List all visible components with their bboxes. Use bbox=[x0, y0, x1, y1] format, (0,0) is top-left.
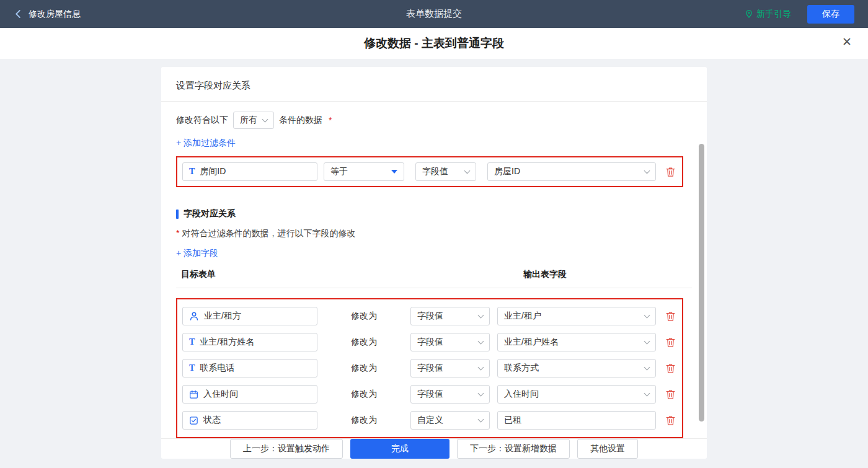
filter-field-input[interactable]: T 房间ID bbox=[182, 162, 317, 181]
value-type-select[interactable]: 字段值 bbox=[410, 385, 490, 404]
back-button[interactable]: 修改房屋信息 bbox=[14, 9, 81, 20]
card-footer: 上一步：设置触发动作 完成 下一步：设置新增数据 其他设置 bbox=[161, 438, 707, 459]
filter-highlight-box: T 房间ID 等于 字段值 房屋ID bbox=[176, 156, 683, 187]
chevron-down-icon bbox=[644, 364, 650, 370]
filter-value-field-select[interactable]: 房屋ID bbox=[487, 162, 656, 181]
modal-title: 修改数据 - 主表到普通字段 bbox=[364, 35, 504, 51]
custom-value-input[interactable]: 已租 bbox=[497, 411, 656, 430]
back-label: 修改房屋信息 bbox=[29, 9, 81, 20]
chevron-down-icon bbox=[644, 312, 650, 318]
target-field-input[interactable]: 状态 bbox=[182, 411, 317, 430]
action-label: 修改为 bbox=[317, 337, 410, 348]
output-field-select[interactable]: 业主/租户姓名 bbox=[497, 333, 656, 351]
chevron-down-icon bbox=[478, 364, 484, 370]
filter-scope-select[interactable]: 所有 bbox=[233, 112, 274, 129]
delete-row-icon[interactable] bbox=[663, 311, 677, 322]
target-field-value: 业主/租方 bbox=[204, 311, 241, 322]
column-target-form: 目标表单 bbox=[181, 269, 216, 279]
operator-select[interactable]: 等于 bbox=[324, 162, 404, 181]
caret-down-icon bbox=[391, 170, 397, 174]
action-label: 修改为 bbox=[317, 389, 410, 400]
done-button[interactable]: 完成 bbox=[350, 439, 450, 459]
mapping-section-title: 字段对应关系 bbox=[184, 208, 236, 219]
value-type-select[interactable]: 字段值 bbox=[410, 359, 490, 377]
target-field-value: 状态 bbox=[203, 415, 221, 426]
action-label: 修改为 bbox=[317, 311, 410, 322]
filter-field-value: 房间ID bbox=[200, 166, 226, 177]
card-section-title: 设置字段对应关系 bbox=[161, 67, 707, 102]
value-type-select[interactable]: 字段值 bbox=[410, 307, 490, 325]
content-area: 设置字段对应关系 修改符合以下 所有 条件的数据 * + 添加过滤条件 T 房间… bbox=[0, 59, 868, 468]
delete-filter-icon[interactable] bbox=[663, 167, 677, 177]
value-type: 字段值 bbox=[417, 337, 443, 348]
filter-suffix-label: 条件的数据 bbox=[279, 115, 322, 126]
chevron-down-icon bbox=[478, 338, 484, 344]
output-field-value: 业主/租户 bbox=[504, 311, 541, 322]
delete-row-icon[interactable] bbox=[663, 363, 677, 374]
mapping-row: 入住时间 修改为 字段值 入住时间 bbox=[182, 381, 677, 407]
calendar-icon bbox=[189, 390, 198, 399]
output-field-select[interactable]: 业主/租户 bbox=[497, 307, 656, 325]
target-field-value: 业主/租方姓名 bbox=[200, 337, 254, 348]
filter-scope-value: 所有 bbox=[240, 115, 257, 126]
target-field-input[interactable]: 业主/租方 bbox=[182, 307, 317, 325]
target-field-value: 联系电话 bbox=[200, 363, 234, 374]
delete-row-icon[interactable] bbox=[663, 389, 677, 400]
delete-row-icon[interactable] bbox=[663, 337, 677, 348]
save-button[interactable]: 保存 bbox=[807, 5, 854, 24]
column-output-field: 输出表字段 bbox=[523, 269, 567, 280]
topbar: 修改房屋信息 表单数据提交 新手引导 保存 bbox=[0, 0, 868, 28]
output-field-select[interactable]: 入住时间 bbox=[497, 385, 656, 404]
text-icon: T bbox=[189, 363, 195, 373]
target-field-input[interactable]: T 业主/租方姓名 bbox=[182, 333, 317, 351]
target-field-input[interactable]: T 联系电话 bbox=[182, 359, 317, 377]
next-step-button[interactable]: 下一步：设置新增数据 bbox=[457, 439, 570, 459]
mapping-description-text: 对符合过滤条件的数据，进行以下字段的修改 bbox=[182, 228, 355, 238]
value-type: 字段值 bbox=[417, 311, 443, 322]
chevron-down-icon bbox=[644, 338, 650, 344]
required-mark: * bbox=[329, 115, 332, 125]
action-label: 修改为 bbox=[317, 363, 410, 374]
close-icon[interactable]: ✕ bbox=[842, 36, 852, 48]
chevron-down-icon bbox=[644, 167, 650, 174]
card-body: 修改符合以下 所有 条件的数据 * + 添加过滤条件 T 房间ID 等于 bbox=[161, 102, 707, 438]
chevron-down-icon bbox=[464, 167, 471, 174]
scrollbar[interactable] bbox=[699, 144, 704, 422]
operator-value: 等于 bbox=[330, 166, 348, 177]
mapping-row: T 业主/租方姓名 修改为 字段值 业主/租户姓名 bbox=[182, 329, 677, 355]
user-icon bbox=[189, 311, 199, 321]
guide-label: 新手引导 bbox=[756, 9, 791, 20]
action-label: 修改为 bbox=[317, 415, 410, 426]
filter-condition-line: 修改符合以下 所有 条件的数据 * bbox=[176, 112, 692, 129]
filter-value-field: 房屋ID bbox=[494, 166, 520, 177]
delete-row-icon[interactable] bbox=[663, 415, 677, 426]
chevron-down-icon bbox=[262, 116, 268, 122]
mapping-row: 业主/租方 修改为 字段值 业主/租户 bbox=[182, 303, 677, 329]
mapping-row: T 联系电话 修改为 字段值 联系方式 bbox=[182, 355, 677, 381]
filter-value-type-select[interactable]: 字段值 bbox=[415, 162, 476, 181]
prev-step-button[interactable]: 上一步：设置触发动作 bbox=[230, 439, 343, 459]
value-type: 自定义 bbox=[417, 415, 443, 426]
config-card: 设置字段对应关系 修改符合以下 所有 条件的数据 * + 添加过滤条件 T 房间… bbox=[161, 67, 707, 459]
section-accent-bar bbox=[176, 210, 179, 219]
value-type: 字段值 bbox=[417, 363, 443, 374]
output-field-select[interactable]: 联系方式 bbox=[497, 359, 656, 377]
topbar-title: 表单数据提交 bbox=[0, 8, 868, 20]
output-field-value: 联系方式 bbox=[504, 363, 539, 374]
chevron-down-icon bbox=[478, 416, 484, 422]
chevron-left-icon bbox=[14, 9, 23, 19]
text-icon: T bbox=[189, 337, 195, 347]
chevron-down-icon bbox=[478, 312, 484, 318]
value-type-select[interactable]: 自定义 bbox=[410, 411, 490, 430]
value-type: 字段值 bbox=[417, 389, 443, 400]
custom-value: 已租 bbox=[504, 415, 521, 426]
mapping-description: *对符合过滤条件的数据，进行以下字段的修改 bbox=[176, 228, 692, 239]
mapping-column-headers: 目标表单 输出表字段 bbox=[176, 269, 692, 288]
value-type-select[interactable]: 字段值 bbox=[410, 333, 490, 351]
beginner-guide-button[interactable]: 新手引导 bbox=[745, 9, 791, 20]
add-field-link[interactable]: + 添加字段 bbox=[176, 248, 218, 259]
add-filter-link[interactable]: + 添加过滤条件 bbox=[176, 138, 236, 149]
other-settings-button[interactable]: 其他设置 bbox=[577, 439, 638, 459]
target-field-input[interactable]: 入住时间 bbox=[182, 385, 317, 404]
filter-row: T 房间ID 等于 字段值 房屋ID bbox=[182, 162, 677, 181]
